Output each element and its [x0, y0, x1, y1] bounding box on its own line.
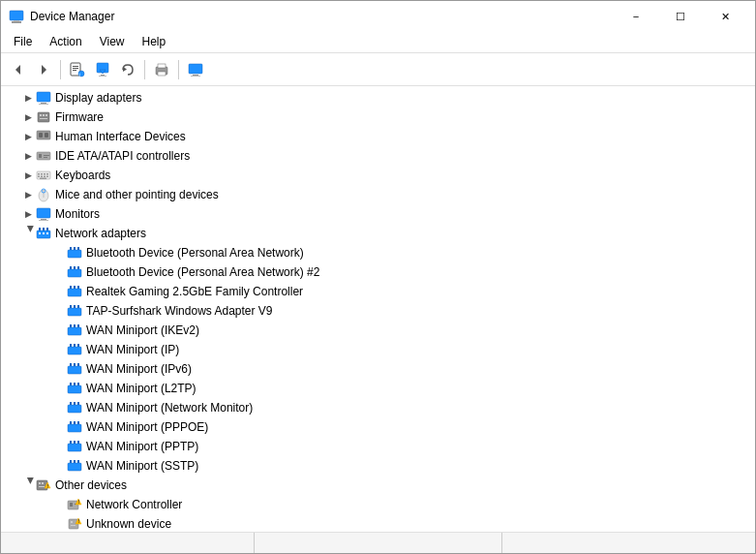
tree-item-wan-ikev2[interactable]: WAN Miniport (IKEv2): [1, 321, 755, 340]
expand-display-adapters[interactable]: ▶: [20, 90, 36, 106]
svg-rect-89: [70, 383, 72, 385]
svg-rect-63: [77, 247, 79, 250]
svg-rect-81: [70, 344, 72, 347]
tree-item-network-adapters[interactable]: ▶ Network adapters: [1, 224, 755, 243]
svg-rect-23: [41, 103, 46, 104]
wan-netmon-icon: [67, 400, 82, 416]
title-bar-left: Device Manager: [9, 9, 114, 24]
expand-keyboards[interactable]: ▶: [20, 168, 36, 183]
toolbar-separator-1: [60, 60, 61, 79]
svg-rect-72: [68, 308, 81, 316]
svg-rect-19: [189, 64, 202, 74]
svg-rect-44: [44, 176, 45, 178]
other-devices-label: Other devices: [55, 478, 127, 492]
svg-rect-32: [45, 133, 48, 138]
computer-view-button[interactable]: [184, 58, 207, 81]
wan-ikev2-label: WAN Miniport (IKEv2): [86, 323, 199, 337]
display-adapters-label: Display adapters: [55, 91, 141, 105]
bluetooth1-icon: [67, 245, 82, 261]
unknown-device-icon: !: [67, 516, 82, 532]
close-button[interactable]: ✕: [703, 5, 747, 28]
wan-l2tp-icon: [67, 381, 82, 396]
maximize-button[interactable]: ☐: [658, 5, 703, 28]
bluetooth2-icon: [67, 264, 82, 280]
properties-button[interactable]: i: [66, 58, 89, 81]
other-devices-icon: !: [36, 477, 51, 493]
svg-rect-18: [158, 72, 166, 76]
tree-item-hid[interactable]: ▶ Human Interface Devices: [1, 127, 755, 146]
svg-rect-78: [74, 324, 76, 327]
tree-item-wan-l2tp[interactable]: WAN Miniport (L2TP): [1, 379, 755, 398]
wan-l2tp-label: WAN Miniport (L2TP): [86, 382, 197, 395]
tree-item-network-controller[interactable]: ! Network Controller: [1, 495, 755, 514]
minimize-button[interactable]: −: [614, 5, 658, 28]
expand-ide[interactable]: ▶: [20, 148, 36, 164]
device-tree[interactable]: ▶ Display adapters ▶ Firmware ▶ Human In…: [1, 86, 755, 532]
tree-item-wan-pptp[interactable]: WAN Miniport (PPTP): [1, 437, 755, 456]
svg-rect-85: [70, 363, 72, 366]
svg-rect-80: [68, 347, 81, 354]
wan-pppoe-icon: [67, 419, 82, 435]
tree-item-wan-ipv6[interactable]: WAN Miniport (IPv6): [1, 359, 755, 379]
svg-rect-109: [39, 482, 41, 484]
tree-item-realtek[interactable]: Realtek Gaming 2.5GbE Family Controller: [1, 282, 755, 301]
mice-icon: [36, 187, 51, 202]
tap-label: TAP-Surfshark Windows Adapter V9: [86, 304, 273, 318]
wan-sstp-icon: [67, 458, 82, 474]
back-button[interactable]: [7, 58, 30, 81]
window-icon: [9, 9, 24, 24]
menu-help[interactable]: Help: [134, 32, 175, 51]
tree-item-other-devices[interactable]: ▶ ! Other devices: [1, 476, 755, 495]
menu-view[interactable]: View: [91, 32, 134, 51]
toolbar: i: [1, 53, 755, 86]
svg-rect-43: [41, 176, 43, 178]
svg-rect-105: [70, 460, 72, 463]
svg-rect-106: [74, 460, 76, 463]
svg-marker-3: [15, 65, 20, 75]
tree-item-ide[interactable]: ▶ IDE ATA/ATAPI controllers: [1, 146, 755, 166]
tree-item-tap[interactable]: TAP-Surfshark Windows Adapter V9: [1, 301, 755, 321]
tree-item-monitors[interactable]: ▶ Monitors: [1, 204, 755, 224]
tree-item-wan-netmon[interactable]: WAN Miniport (Network Monitor): [1, 398, 755, 417]
tree-item-wan-sstp[interactable]: WAN Miniport (SSTP): [1, 456, 755, 476]
svg-rect-104: [68, 463, 81, 471]
svg-rect-66: [74, 266, 76, 269]
tree-item-display-adapters[interactable]: ▶ Display adapters: [1, 88, 755, 108]
network-adapters-label: Network adapters: [55, 227, 146, 240]
network-controller-label: Network Controller: [86, 498, 182, 511]
svg-rect-99: [77, 421, 79, 424]
tree-item-wan-pppoe[interactable]: WAN Miniport (PPPOE): [1, 417, 755, 437]
tree-item-bluetooth2[interactable]: Bluetooth Device (Personal Area Network)…: [1, 262, 755, 282]
tree-item-firmware[interactable]: ▶ Firmware: [1, 108, 755, 127]
svg-rect-35: [44, 155, 49, 156]
tree-item-mice[interactable]: ▶ Mice and other pointing devices: [1, 185, 755, 204]
svg-rect-60: [68, 250, 81, 258]
svg-marker-15: [123, 67, 127, 72]
print-button[interactable]: [150, 58, 173, 81]
svg-rect-50: [37, 208, 50, 218]
tree-item-unknown-device[interactable]: ! Unknown device: [1, 514, 755, 532]
update-driver-button[interactable]: [91, 58, 114, 81]
svg-rect-91: [77, 383, 79, 385]
menu-action[interactable]: Action: [41, 32, 90, 51]
forward-button[interactable]: [32, 58, 55, 81]
svg-text:i: i: [79, 72, 80, 77]
svg-rect-71: [77, 286, 79, 289]
expand-monitors[interactable]: ▶: [20, 206, 36, 222]
expand-other-devices[interactable]: ▶: [20, 477, 36, 493]
expand-network-adapters[interactable]: ▶: [20, 226, 36, 241]
menu-file[interactable]: File: [5, 32, 41, 51]
svg-rect-27: [43, 114, 45, 116]
tree-item-wan-ip[interactable]: WAN Miniport (IP): [1, 340, 755, 359]
network-adapters-icon: [36, 226, 51, 241]
tree-item-bluetooth1[interactable]: Bluetooth Device (Personal Area Network): [1, 243, 755, 262]
expand-mice[interactable]: ▶: [20, 187, 36, 202]
svg-rect-79: [77, 324, 79, 327]
expand-hid[interactable]: ▶: [20, 129, 36, 144]
ide-icon: [36, 148, 51, 164]
svg-rect-57: [39, 232, 41, 234]
tree-item-keyboards[interactable]: ▶ Keyboards: [1, 166, 755, 185]
expand-firmware[interactable]: ▶: [20, 109, 36, 125]
svg-rect-69: [70, 286, 72, 289]
rollback-button[interactable]: [116, 58, 139, 81]
